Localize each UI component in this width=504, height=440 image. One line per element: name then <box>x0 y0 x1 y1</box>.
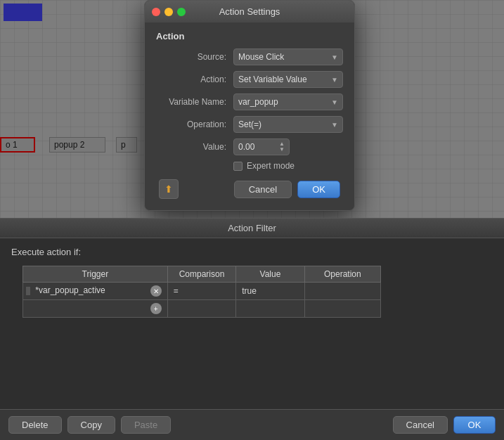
action-row: Action: Set Variable Value ▼ <box>156 71 343 88</box>
expert-mode-checkbox[interactable] <box>233 162 243 171</box>
value-label: Value: <box>156 142 233 152</box>
variable-name-label: Variable Name: <box>156 97 233 107</box>
col-value: Value <box>236 266 304 283</box>
cell-value[interactable]: true <box>236 283 304 300</box>
delete-button[interactable]: Delete <box>8 416 62 434</box>
col-trigger: Trigger <box>23 266 168 283</box>
bottom-content: Execute action if: ✚ Trigger Comparison … <box>0 238 504 418</box>
variable-name-dropdown[interactable]: var_popup ▼ <box>233 93 343 110</box>
operation-dropdown-arrow: ▼ <box>331 121 338 129</box>
paste-button[interactable]: Paste <box>121 416 171 434</box>
table-row: *var_popup_active ✕ = true <box>23 283 381 300</box>
source-dropdown[interactable]: Mouse Click ▼ <box>233 48 343 65</box>
cell-comparison[interactable]: = <box>167 283 235 300</box>
footer-right: Cancel OK <box>393 416 496 434</box>
cancel-button[interactable]: Cancel <box>234 181 292 198</box>
cell-operation[interactable] <box>304 283 380 300</box>
bottom-footer: Delete Copy Paste Cancel OK <box>0 409 504 440</box>
section-title: Action <box>156 31 343 41</box>
operation-row: Operation: Set(=) ▼ <box>156 116 343 133</box>
value-input[interactable]: 0.00 ▲ ▼ <box>233 138 290 155</box>
operation-label: Operation: <box>156 119 233 129</box>
cell-operation-empty <box>304 300 380 318</box>
bottom-panel: Action Filter Execute action if: ✚ Trigg… <box>0 218 504 440</box>
footer-ok-button[interactable]: OK <box>453 416 496 434</box>
cell-trigger-empty: + <box>23 300 168 318</box>
dialog-body: Action Source: Mouse Click ▼ Action: Set… <box>145 22 354 210</box>
bottom-titlebar: Action Filter <box>0 219 504 238</box>
ok-button[interactable]: OK <box>297 181 340 198</box>
source-label: Source: <box>156 52 233 62</box>
operation-dropdown[interactable]: Set(=) ▼ <box>233 116 343 133</box>
maximize-button[interactable] <box>177 8 186 16</box>
source-row: Source: Mouse Click ▼ <box>156 48 343 65</box>
dialog-title: Action Settings <box>219 6 280 17</box>
close-button[interactable] <box>152 8 160 16</box>
table-body: *var_popup_active ✕ = true + <box>23 283 381 318</box>
cell-trigger[interactable]: *var_popup_active ✕ <box>23 283 168 300</box>
delete-row-button[interactable]: ✕ <box>150 285 162 297</box>
expert-mode-label: Expert mode <box>247 161 295 171</box>
value-row: Value: 0.00 ▲ ▼ <box>156 138 343 155</box>
copy-button[interactable]: Copy <box>67 416 115 434</box>
add-row-button[interactable]: + <box>150 303 162 314</box>
dialog-titlebar: Action Settings <box>145 1 354 22</box>
cell-comparison-empty <box>167 300 235 318</box>
source-dropdown-arrow: ▼ <box>331 53 338 61</box>
col-operation: Operation <box>304 266 380 283</box>
action-label: Action: <box>156 75 233 84</box>
col-comparison: Comparison <box>167 266 235 283</box>
execute-label: Execute action if: <box>11 247 493 257</box>
expert-mode-row: Expert mode <box>233 161 343 171</box>
table-header: Trigger Comparison Value Operation <box>23 266 381 283</box>
action-dropdown-arrow: ▼ <box>331 76 338 84</box>
table-row-empty: + <box>23 300 381 318</box>
action-dropdown[interactable]: Set Variable Value ▼ <box>233 71 343 88</box>
cell-value-empty <box>236 300 304 318</box>
titlebar-buttons <box>152 8 186 16</box>
dialog-footer: ⬆ Cancel OK <box>156 179 343 199</box>
share-button[interactable]: ⬆ <box>159 179 179 199</box>
footer-cancel-button[interactable]: Cancel <box>393 416 448 434</box>
spinner-arrows[interactable]: ▲ ▼ <box>279 141 285 153</box>
action-settings-dialog: Action Settings Action Source: Mouse Cli… <box>144 0 355 211</box>
dialog-actions: Cancel OK <box>234 181 340 198</box>
filter-table: Trigger Comparison Value Operation *var_… <box>22 266 381 318</box>
footer-left: Delete Copy Paste <box>8 416 171 434</box>
minimize-button[interactable] <box>164 8 173 16</box>
variable-name-row: Variable Name: var_popup ▼ <box>156 93 343 110</box>
variable-name-dropdown-arrow: ▼ <box>331 98 338 106</box>
